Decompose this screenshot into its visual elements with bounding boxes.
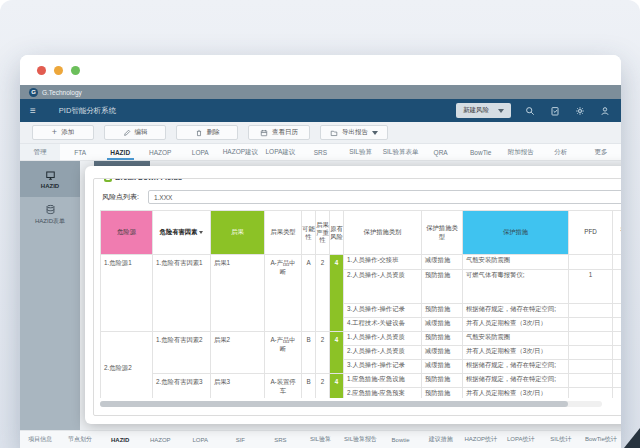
likelihood-cell: B (302, 332, 316, 374)
pfd-cell (569, 255, 613, 270)
trash-icon (195, 129, 203, 137)
calendar-icon (260, 129, 268, 137)
bottom-tab-sil-report[interactable]: SIL验算报告 (341, 435, 381, 444)
view-calendar-button[interactable]: 查看日历 (248, 125, 310, 140)
tab-analysis[interactable]: 分析 (541, 144, 581, 160)
monitor-icon (45, 170, 56, 181)
col-original-risk[interactable]: 原有风险 (330, 211, 344, 255)
bottom-tab-bowtie[interactable]: Bowtie (381, 437, 421, 443)
col-measure-category[interactable]: 保护措施类别 (344, 211, 422, 255)
tab-lopa-suggest[interactable]: LOPA建议 (260, 144, 300, 160)
clipboard-check-icon[interactable] (549, 105, 561, 117)
ipl-cell (613, 318, 622, 332)
sidebar-item-hazid-form-label: HAZID表单 (35, 217, 65, 226)
bottom-tab-srs[interactable]: SRS (260, 437, 300, 443)
bottom-tab-hazid[interactable]: HAZID (100, 437, 140, 443)
measure-cell: 并有人员定期检查（3次/日） (463, 388, 569, 399)
folder-icon (330, 129, 338, 137)
left-sidebar: HAZID HAZID表单 (20, 161, 80, 430)
tab-hazop-suggest[interactable]: HAZOP建议 (220, 144, 260, 160)
search-icon[interactable] (524, 105, 536, 117)
col-measure[interactable]: 保护措施 (463, 211, 569, 255)
zoom-window-button[interactable] (71, 66, 80, 75)
ipl-cell (613, 332, 622, 346)
col-hazard-source[interactable]: 危险源 (101, 211, 153, 255)
bottom-tab-sif[interactable]: SIF (220, 437, 260, 443)
bottom-tab-node-division[interactable]: 节点划分 (60, 435, 100, 444)
col-severity[interactable]: 后果严重性 (316, 211, 330, 255)
sidebar-item-hazid-label: HAZID (41, 183, 59, 189)
measure-cell: 气瓶安装防震圈 (463, 332, 569, 346)
tab-lopa[interactable]: LOPA (180, 144, 220, 160)
hamburger-menu-icon[interactable]: ≡ (30, 106, 36, 116)
dialog-title-text: Break Down Fields (115, 178, 182, 182)
bottom-tab-lopa-stats[interactable]: LOPA统计 (501, 435, 541, 444)
break-down-fieldset: Break Down Fields 风险点列表: (93, 178, 621, 416)
scrollbar-thumb[interactable] (100, 401, 568, 407)
tab-manage[interactable]: 管理 (20, 144, 60, 160)
sidebar-item-hazid[interactable]: HAZID (20, 161, 80, 197)
risk-style-dropdown[interactable]: 新建风险 (456, 103, 511, 118)
user-avatar-icon[interactable] (599, 105, 611, 117)
bottom-tab-project-info[interactable]: 项目信息 (20, 435, 60, 444)
bottom-tab-lopa[interactable]: LOPA (180, 437, 220, 443)
col-hazard-factor[interactable]: 危险有害因素 (153, 211, 211, 255)
col-measure-type[interactable]: 保护措施类型 (422, 211, 463, 255)
pencil-icon (123, 129, 131, 137)
edit-button[interactable]: 编辑 (104, 125, 166, 140)
break-down-fields-dialog: Break Down Fields 风险点列表: (85, 166, 621, 424)
sidebar-item-hazid-form[interactable]: HAZID表单 (20, 197, 80, 233)
original-risk-cell: 4 (330, 255, 344, 332)
close-window-button[interactable] (37, 66, 46, 75)
bottom-tab-suggest-measures[interactable]: 建议措施 (421, 435, 461, 444)
gear-icon[interactable] (574, 105, 586, 117)
brand-logo-icon: G (29, 88, 38, 97)
tab-sil-check[interactable]: SIL验算 (341, 144, 381, 160)
risk-list-input[interactable] (148, 190, 621, 204)
col-consequence-type[interactable]: 后果类型 (265, 211, 302, 255)
consequence-type-cell: A-产品中断 (265, 255, 302, 332)
screen: G G.Technology ≡ PID智能分析系统 新建风险 (0, 0, 640, 448)
measure-cell: 根据储存规定，储存在特定空间; (463, 374, 569, 388)
tab-more[interactable]: 更多 (581, 144, 621, 160)
bottom-tab-hazop-stats[interactable]: HAZOP统计 (461, 435, 501, 444)
add-button[interactable]: + 添加 (32, 125, 94, 140)
pfd-cell (569, 388, 613, 399)
delete-button[interactable]: 删除 (176, 125, 238, 140)
app-window: G G.Technology ≡ PID智能分析系统 新建风险 (20, 55, 621, 448)
app-bar: ≡ PID智能分析系统 新建风险 (20, 99, 621, 122)
pfd-cell (569, 318, 613, 332)
minimize-window-button[interactable] (54, 66, 63, 75)
tab-sil-check-form[interactable]: SIL验算表单 (381, 144, 421, 160)
bottom-tab-bowtie-stats[interactable]: BowTie统计 (581, 435, 621, 444)
tab-hazid[interactable]: HAZID (100, 144, 140, 160)
tab-qra[interactable]: QRA (421, 144, 461, 160)
export-report-button[interactable]: 导出报告 (320, 125, 388, 140)
col-ipl[interactable]: 是否IPL (613, 211, 622, 255)
col-pfd[interactable]: PFD (569, 211, 613, 255)
bottom-tab-sil-check[interactable]: SIL验算 (300, 435, 340, 444)
tab-bowtie[interactable]: BowTie (461, 144, 501, 160)
risk-list-label: 风险点列表: (102, 192, 139, 202)
toolbar: + 添加 编辑 删除 查看日历 导出报告 (20, 122, 621, 144)
severity-cell: 2 (316, 332, 330, 374)
tab-hazop[interactable]: HAZOP (140, 144, 180, 160)
tab-fta[interactable]: FTA (60, 144, 100, 160)
tab-srs[interactable]: SRS (300, 144, 340, 160)
table-row[interactable]: 2.危险有害因素3 后果3 A-装置停车 B 2 4 1.应急措施-应急设施 预… (101, 374, 622, 388)
ipl-cell (613, 304, 622, 318)
bottom-tab-hazop[interactable]: HAZOP (140, 437, 180, 443)
col-likelihood[interactable]: 可能性 (302, 211, 316, 255)
bottom-tab-sil-stats[interactable]: SIL统计 (541, 435, 581, 444)
measure-type-cell: 减缓措施 (422, 360, 463, 374)
hazard-factor-cell: 1.危险有害因素2 (153, 332, 211, 374)
table-row[interactable]: 2.危险源2 1.危险有害因素2 后果2 A-产品中断 B 2 4 1.人员操作… (101, 332, 622, 346)
measure-category-cell: 2.人员操作-人员资质 (344, 270, 422, 304)
tab-extra-report[interactable]: 附加报告 (501, 144, 541, 160)
col-consequence[interactable]: 后果 (211, 211, 265, 255)
measure-category-cell: 3.人员操作-操作记录 (344, 360, 422, 374)
measure-type-cell: 预防措施 (422, 374, 463, 388)
measure-cell: 可燃气体有毒报警仪; (463, 270, 569, 304)
measure-cell: 根据储存规定，储存在特定空间; (463, 304, 569, 318)
table-row[interactable]: 1.危险源1 1.危险有害因素1 后果1 A-产品中断 A 2 4 1.人员操作… (101, 255, 622, 270)
